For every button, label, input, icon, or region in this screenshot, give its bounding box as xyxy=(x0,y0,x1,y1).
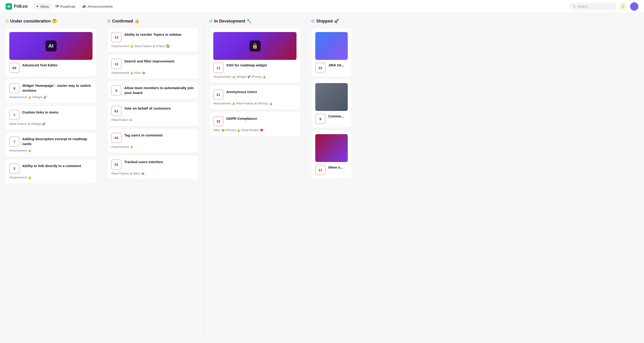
card-row-uc-2: 8Widget 'Homepage' - easier way to switc… xyxy=(9,83,92,93)
column-title-under-consideration: Under consideration 🤔 xyxy=(10,19,57,24)
card-title-s-3: Ideas s... xyxy=(328,165,348,170)
vote-count-c-1[interactable]: 13 xyxy=(111,32,122,42)
column-title-in-development: In Development 🔧 xyxy=(214,19,252,24)
vote-count-c-2[interactable]: 12 xyxy=(111,59,122,69)
card-row-d-3: 32GDPR Compliance xyxy=(213,116,296,126)
card-tags-d-1: #Improvement 👍 #Widget 🚀 #Privacy 🔒 xyxy=(213,75,296,79)
column-title-shipped: Shipped 🚀 xyxy=(316,19,339,24)
card-title-s-1: JIRA Int... xyxy=(328,63,348,68)
vote-count-c-3[interactable]: 5 xyxy=(111,85,122,96)
card-tags-uc-5: #Improvement 👍 xyxy=(9,175,92,180)
column-title-confirmed: Confirmed 👍 xyxy=(112,19,139,24)
logo-icon xyxy=(6,3,12,10)
card-row-d-1: 11SSO for roadmap widget xyxy=(213,63,296,73)
vote-count-c-6[interactable]: 31 xyxy=(111,159,122,170)
vote-count-d-1[interactable]: 11 xyxy=(213,63,224,73)
card-title-d-3: GDPR Compliance xyxy=(226,116,296,121)
card-row-s-1: 22JIRA Int... xyxy=(315,63,348,73)
vote-count-uc-4[interactable]: 7 xyxy=(9,136,20,147)
card-title-c-2: Search and filter improvement xyxy=(124,59,194,64)
card-image-s-3 xyxy=(315,134,348,162)
card-tags-uc-3: #New Feature 🖥 #Widget 🚀 xyxy=(9,122,92,126)
card-tags-d-3: #Misc 🐝 #Privacy 🔒 #Deal Breaker ❤️ xyxy=(213,128,296,133)
vote-count-s-3[interactable]: 11 xyxy=(315,165,326,175)
card-d-3[interactable]: 32GDPR Compliance#Misc 🐝 #Privacy 🔒 #Dea… xyxy=(210,112,300,136)
column-header-under-consideration: Under consideration 🤔 xyxy=(6,19,96,24)
card-uc-1[interactable]: AI69Advanced Text Editor xyxy=(6,28,96,77)
card-title-c-3: Allow team members to automatically join… xyxy=(124,85,194,95)
card-row-uc-1: 69Advanced Text Editor xyxy=(9,63,92,73)
roadmap-nav-label: Roadmap xyxy=(60,5,75,8)
vote-count-uc-3[interactable]: 7 xyxy=(9,110,20,120)
lightning-button[interactable]: ⚡ xyxy=(619,2,627,11)
card-row-s-3: 11Ideas s... xyxy=(315,165,348,175)
card-d-2[interactable]: 21Anonymous Users#Improvement 👍 #New Fea… xyxy=(210,86,300,110)
card-c-2[interactable]: 12Search and filter improvement#Improvem… xyxy=(108,55,198,79)
search-input[interactable] xyxy=(578,5,613,8)
card-s-1[interactable]: 22JIRA Int... xyxy=(312,28,352,77)
nav-roadmap[interactable]: 🗺 Roadmap xyxy=(52,3,78,10)
card-title-c-6: Tracked users interface xyxy=(124,159,194,164)
ideas-nav-icon: ✦ xyxy=(36,5,39,9)
card-c-6[interactable]: 31Tracked users interface#New Feature 🖥 … xyxy=(108,156,198,180)
vote-count-uc-2[interactable]: 8 xyxy=(9,83,20,93)
card-row-c-4: 61Vote on behalf of customers xyxy=(111,106,194,116)
vote-count-d-3[interactable]: 32 xyxy=(213,116,224,126)
column-dot-shipped xyxy=(312,20,314,23)
vote-count-d-2[interactable]: 21 xyxy=(213,89,224,100)
card-title-d-1: SSO for roadmap widget xyxy=(226,63,296,68)
column-dot-confirmed xyxy=(108,20,110,23)
vote-count-s-2[interactable]: 9 xyxy=(315,114,326,124)
card-s-2[interactable]: 9Comme... xyxy=(312,79,352,128)
card-title-s-2: Comme... xyxy=(328,114,348,119)
vote-count-s-1[interactable]: 22 xyxy=(315,63,326,73)
card-tags-c-2: #Improvement 👍 #Misc 🐝 xyxy=(111,71,194,75)
card-row-uc-3: 7Custom links in menu xyxy=(9,110,92,120)
card-image-uc-1: AI xyxy=(9,32,92,60)
card-row-uc-5: 3Ability to link directly to a comment xyxy=(9,163,92,174)
vote-count-c-5[interactable]: 43 xyxy=(111,133,122,143)
card-s-3[interactable]: 11Ideas s... xyxy=(312,130,352,179)
card-uc-3[interactable]: 7Custom links in menu#New Feature 🖥 #Wid… xyxy=(6,106,96,130)
card-row-uc-4: 7Adding description excerpt to roadmap c… xyxy=(9,136,92,147)
card-c-5[interactable]: 43Tag users in comments#Improvement 👍 xyxy=(108,129,198,153)
card-title-uc-2: Widget 'Homepage' - easier way to switch… xyxy=(22,83,92,93)
column-header-confirmed: Confirmed 👍 xyxy=(108,19,198,24)
card-image-s-1 xyxy=(315,32,348,60)
vote-count-uc-1[interactable]: 69 xyxy=(9,63,20,73)
nav-ideas[interactable]: ✦ Ideas xyxy=(33,3,52,10)
avatar[interactable] xyxy=(630,2,638,11)
card-row-c-1: 13Ability to reorder Topics in sidebar xyxy=(111,32,194,42)
card-title-uc-4: Adding description excerpt to roadmap ca… xyxy=(22,136,92,146)
card-uc-5[interactable]: 3Ability to link directly to a comment#I… xyxy=(6,160,96,184)
roadmap-nav-icon: 🗺 xyxy=(56,5,59,8)
vote-count-uc-5[interactable]: 3 xyxy=(9,163,20,174)
card-image-icon-uc-1: AI xyxy=(46,40,56,52)
card-c-1[interactable]: 13Ability to reorder Topics in sidebar#I… xyxy=(108,28,198,52)
card-c-4[interactable]: 61Vote on behalf of customers#New Featur… xyxy=(108,102,198,126)
vote-count-c-4[interactable]: 61 xyxy=(111,106,122,116)
column-header-in-development: In Development 🔧 xyxy=(210,19,300,24)
card-title-c-1: Ability to reorder Topics in sidebar xyxy=(124,32,194,37)
search-box[interactable] xyxy=(570,3,616,10)
logo-text: Frill.co xyxy=(14,4,28,9)
card-image-icon-d-1: 🔒 xyxy=(250,40,260,52)
logo[interactable]: Frill.co xyxy=(6,3,28,10)
column-shipped: Shipped 🚀22JIRA Int...9Comme...11Ideas s… xyxy=(306,19,357,337)
card-row-c-5: 43Tag users in comments xyxy=(111,133,194,143)
card-uc-2[interactable]: 8Widget 'Homepage' - easier way to switc… xyxy=(6,79,96,103)
card-d-1[interactable]: 🔒11SSO for roadmap widget#Improvement 👍 … xyxy=(210,28,300,83)
card-image-d-1: 🔒 xyxy=(213,32,296,60)
card-tags-c-6: #New Feature 🖥 #Misc 🐝 xyxy=(111,172,194,176)
nav-announcements[interactable]: 📣 Announcements xyxy=(79,3,116,10)
card-title-uc-1: Advanced Text Editor xyxy=(22,63,92,68)
column-under-consideration: Under consideration 🤔AI69Advanced Text E… xyxy=(0,19,102,337)
column-header-shipped: Shipped 🚀 xyxy=(312,19,352,24)
card-uc-4[interactable]: 7Adding description excerpt to roadmap c… xyxy=(6,133,96,157)
card-c-3[interactable]: 5Allow team members to automatically joi… xyxy=(108,82,198,99)
card-tags-c-4: #New Feature 🖥 xyxy=(111,118,194,122)
card-row-c-3: 5Allow team members to automatically joi… xyxy=(111,85,194,96)
board: Under consideration 🤔AI69Advanced Text E… xyxy=(0,13,644,343)
card-title-uc-5: Ability to link directly to a comment xyxy=(22,163,92,168)
announcements-nav-label: Announcements xyxy=(88,5,113,8)
